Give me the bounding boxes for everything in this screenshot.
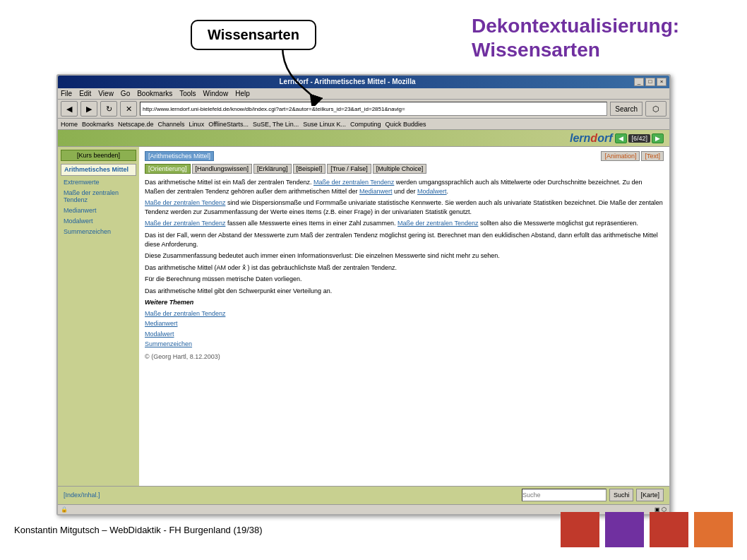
browser-window: Lerndorf - Arithmetisches Mittel - Mozil… xyxy=(56,74,671,516)
index-link[interactable]: [Index/Inhal.] xyxy=(64,492,100,499)
reload-button[interactable]: ↻ xyxy=(100,101,117,117)
karte-button[interactable]: [Karte] xyxy=(636,489,664,501)
footer: Konstantin Mitgutsch – WebDidaktik - FH … xyxy=(0,512,747,547)
nav-arrows: ◀ [6/42] ▶ xyxy=(615,133,664,143)
paragraph-4: Das ist der Fall, wenn der Abstand der M… xyxy=(145,231,664,249)
page-counter: [6/42] xyxy=(628,134,650,143)
bk-linux[interactable]: Linux xyxy=(189,121,205,128)
weitere-themen-label: Weitere Themen xyxy=(145,298,664,307)
bottom-search-input[interactable] xyxy=(522,489,606,501)
paragraph-7: Für die Berechnung müssen metrische Date… xyxy=(145,275,664,284)
content-text: Das arithmetische Mittel ist ein Maß der… xyxy=(145,178,664,361)
paragraph-1: Das arithmetische Mittel ist ein Maß der… xyxy=(145,178,664,196)
browser-bookmarks: Home Bookmarks Netscape.de Channels Linu… xyxy=(58,119,669,130)
sidebar-item-medianwert[interactable]: Medianwert xyxy=(61,205,136,215)
lerndorf-logo: lerndorf xyxy=(570,132,612,145)
tab-beispiel[interactable]: [Beispiel] xyxy=(293,164,326,174)
kurs-beenden-button[interactable]: [Kurs beenden] xyxy=(61,150,136,161)
nav-extra[interactable]: ⬡ xyxy=(645,101,667,117)
weitere-themen: Weitere Themen Maße der zentralen Tenden… xyxy=(145,298,664,349)
url-text: http://www.lerndorf.uni-bielefeld.de/kno… xyxy=(143,106,405,112)
bk-channels[interactable]: Channels xyxy=(158,121,185,128)
slide: Dekontextualisierung: Wissensarten Wisse… xyxy=(0,0,747,560)
paragraph-6: Das arithmetische Mittel (AM oder x̄ ) i… xyxy=(145,263,664,273)
tabs-row2: [Orientierung] [Handlungswissen] [Erklär… xyxy=(145,164,664,174)
menu-help[interactable]: Help xyxy=(235,90,250,97)
link-masse4[interactable]: Maße der zentralen Tendenz xyxy=(398,220,478,227)
browser-toolbar: ◀ ▶ ↻ ✕ http://www.lerndorf.uni-bielefel… xyxy=(58,100,669,119)
link-modalwert[interactable]: Modalwert xyxy=(417,188,447,195)
url-bar[interactable]: http://www.lerndorf.uni-bielefeld.de/kno… xyxy=(140,102,607,116)
browser-titlebar: Lerndorf - Arithmetisches Mittel - Mozil… xyxy=(58,76,669,88)
title-area: Dekontextualisierung: Wissensarten xyxy=(472,14,726,61)
paragraph-8: Das arithmetische Mittel gibt den Schwer… xyxy=(145,287,664,296)
menu-view[interactable]: View xyxy=(98,90,114,97)
sidebar-item-active: Arithmetisches Mittel xyxy=(61,164,136,176)
sidebar-item-extremwerte[interactable]: Extremwerte xyxy=(61,177,136,187)
menu-go[interactable]: Go xyxy=(121,90,130,97)
menu-bookmarks[interactable]: Bookmarks xyxy=(137,90,172,97)
bk-netscape[interactable]: Netscape.de xyxy=(118,121,154,128)
bk-home[interactable]: Home xyxy=(61,121,78,128)
link-modalwert2[interactable]: Modalwert xyxy=(145,329,664,339)
title-line2: Wissensarten xyxy=(472,39,600,61)
link-masse1[interactable]: Maße der zentralen Tendenz xyxy=(313,179,394,186)
tab-orientierung[interactable]: [Orientierung] xyxy=(145,164,191,174)
menu-tools[interactable]: Tools xyxy=(179,90,196,97)
sidebar-item-masse[interactable]: Maße der zentralen Tendenz xyxy=(61,188,136,205)
browser-menubar: File Edit View Go Bookmarks Tools Window… xyxy=(58,88,669,100)
bk-bookmarks[interactable]: Bookmarks xyxy=(82,121,114,128)
main-content: [Arithmetisches Mittel] [Animation] [Tex… xyxy=(139,147,669,486)
bk-offline[interactable]: OfflineStarts... xyxy=(208,121,249,128)
tab-text[interactable]: [Text] xyxy=(641,151,664,161)
bk-quickbuddies[interactable]: Quick Buddies xyxy=(385,121,426,128)
slide-title: Dekontextualisierung: Wissensarten xyxy=(472,14,726,61)
paragraph-5: Diese Zusammenfassung bedeutet auch imme… xyxy=(145,251,664,261)
color-square-4 xyxy=(694,512,733,547)
link-masse2[interactable]: Maße der zentralen Tendenz xyxy=(145,199,225,206)
menu-file[interactable]: File xyxy=(61,90,72,97)
close-button[interactable]: × xyxy=(657,78,667,86)
maximize-button[interactable]: □ xyxy=(645,78,655,86)
sidebar-item-summenzeichen[interactable]: Summenzeichen xyxy=(61,227,136,237)
title-line1: Dekontextualisierung: xyxy=(472,15,679,37)
browser-title: Lerndorf - Arithmetisches Mittel - Mozil… xyxy=(61,78,634,85)
next-arrow[interactable]: ▶ xyxy=(652,133,664,143)
tab-handlungswissen[interactable]: [Handlungswissen] xyxy=(192,164,253,174)
sidebar: [Kurs beenden] Arithmetisches Mittel Ext… xyxy=(58,147,139,486)
tabs-row1: [Arithmetisches Mittel] [Animation] [Tex… xyxy=(145,151,664,161)
lerndorf-header: lerndorf ◀ [6/42] ▶ xyxy=(58,130,669,146)
link-summenzeichen[interactable]: Summenzeichen xyxy=(145,339,664,349)
menu-edit[interactable]: Edit xyxy=(79,90,91,97)
copyright-text: © (Georg Hartl, 8.12.2003) xyxy=(145,352,664,362)
bk-suse1[interactable]: SuSE, The Lin... xyxy=(253,121,299,128)
bk-suse2[interactable]: Suse Linux K... xyxy=(303,121,346,128)
balloon: Wissensarten xyxy=(191,20,316,50)
bk-computing[interactable]: Computing xyxy=(350,121,381,128)
browser-content: [Kurs beenden] Arithmetisches Mittel Ext… xyxy=(58,147,669,486)
tab-arithmetisches-mittel[interactable]: [Arithmetisches Mittel] xyxy=(145,151,214,161)
link-medianwert2[interactable]: Medianwert xyxy=(145,318,664,328)
color-square-3 xyxy=(650,512,688,547)
sidebar-item-modalwert[interactable]: Modalwert xyxy=(61,216,136,226)
footer-text: Konstantin Mitgutsch – WebDidaktik - FH … xyxy=(14,525,263,535)
search-button[interactable]: Search xyxy=(610,102,643,116)
prev-arrow[interactable]: ◀ xyxy=(615,133,627,143)
minimize-button[interactable]: _ xyxy=(634,78,644,86)
tab-animation[interactable]: [Animation] xyxy=(601,151,640,161)
tab-multiplechoice[interactable]: [Multiple Choice] xyxy=(373,164,427,174)
tab-erklarung[interactable]: [Erklärung] xyxy=(253,164,292,174)
paragraph-2: Maße der zentralen Tendenz sind wie Disp… xyxy=(145,198,664,216)
link-masse-tendenz[interactable]: Maße der zentralen Tendenz xyxy=(145,309,664,318)
menu-window[interactable]: Window xyxy=(203,90,229,97)
back-button[interactable]: ◀ xyxy=(61,101,78,117)
bottom-search-button[interactable]: Suchi xyxy=(609,489,634,501)
stop-button[interactable]: ✕ xyxy=(120,101,137,117)
link-masse3[interactable]: Maße der zentralen Tendenz xyxy=(145,220,225,227)
forward-button[interactable]: ▶ xyxy=(80,101,97,117)
color-square-1 xyxy=(561,512,599,547)
arrow-icon xyxy=(275,42,332,106)
link-medianwert[interactable]: Medianwert xyxy=(359,188,393,195)
paragraph-3: Maße der zentralen Tendenz fassen alle M… xyxy=(145,219,664,228)
tab-truefalse[interactable]: [True / False] xyxy=(327,164,371,174)
